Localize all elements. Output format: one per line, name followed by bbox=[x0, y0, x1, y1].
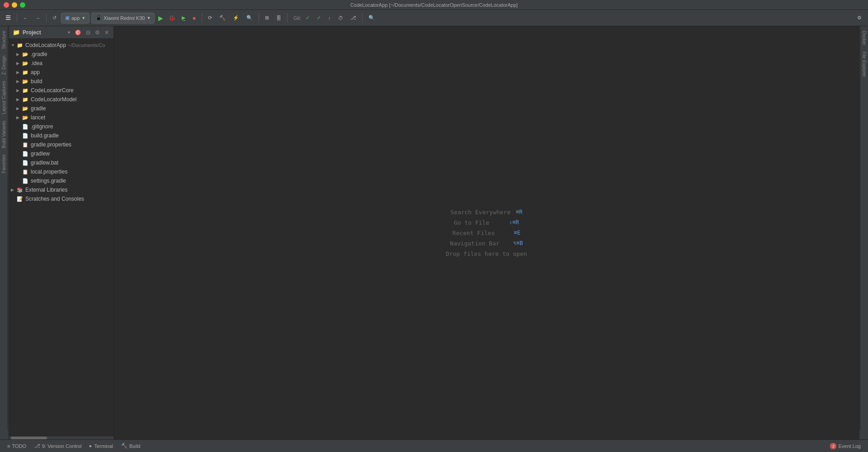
panel-locate-button[interactable]: 🎯 bbox=[74, 28, 82, 37]
build-variants-tab[interactable]: Build Variants bbox=[1, 118, 7, 151]
folder-icon-app: 📁 bbox=[22, 69, 29, 75]
device-selector[interactable]: 📱 Xiaomi Redmi K30 ▼ bbox=[91, 13, 155, 24]
close-button[interactable] bbox=[4, 2, 9, 8]
z-design-tab[interactable]: Z: Design bbox=[1, 53, 7, 78]
sync-button[interactable]: ⟳ bbox=[205, 13, 215, 24]
minimize-button[interactable] bbox=[12, 2, 17, 8]
git-branches-button[interactable]: ⎇ bbox=[348, 13, 359, 24]
editor-area: Search Everywhere ⌘R Go to File ⇧⌘R Rece… bbox=[114, 26, 859, 439]
tree-item-gradlew[interactable]: ▶ 📄 gradlew bbox=[9, 149, 113, 158]
git-push-button[interactable]: ↑ bbox=[326, 13, 334, 24]
file-icon-gradle-properties: 📋 bbox=[22, 141, 29, 148]
tree-arrow-build: ▶ bbox=[16, 79, 22, 84]
file-explorer-right-tab[interactable]: File Explorer bbox=[861, 49, 867, 80]
folder-icon-build: 📂 bbox=[22, 78, 29, 85]
tree-label-external-libs: External Libraries bbox=[25, 187, 67, 193]
layout-inspector-button[interactable]: ⊞ bbox=[262, 13, 272, 24]
git-update-button[interactable]: ✓ bbox=[303, 13, 312, 24]
tree-item-codelocatorcore[interactable]: ▶ 📁 CodeLocatorCore bbox=[9, 86, 113, 95]
settings-button[interactable]: ⚙ bbox=[854, 13, 864, 24]
event-log-tab[interactable]: 2 Event Log bbox=[826, 441, 864, 452]
project-panel-header: 📁 Project ▼ 🎯 ⊟ ⚙ ✕ bbox=[9, 26, 113, 39]
bottom-bar: ≡ TODO ⎇ 9: Version Control ▸ Terminal 🔨… bbox=[0, 439, 868, 452]
run-coverage-button[interactable]: ▶̲ bbox=[179, 13, 188, 24]
file-icon-local-properties: 📋 bbox=[22, 169, 29, 175]
favorites-tab[interactable]: Favorites bbox=[1, 152, 7, 176]
git-commit-button[interactable]: ✓ bbox=[314, 13, 324, 24]
tree-arrow-gradle2: ▶ bbox=[16, 106, 22, 111]
panel-collapse-button[interactable]: ⊟ bbox=[85, 28, 91, 37]
tree-item-app[interactable]: ▶ 📁 app bbox=[9, 68, 113, 77]
hint-nav-bar: Navigation Bar ⌥⌘B bbox=[450, 240, 523, 247]
build-tab[interactable]: 🔨 Build bbox=[118, 441, 144, 452]
panel-settings-button[interactable]: ⚙ bbox=[94, 28, 101, 37]
tree-label-gradle2: gradle bbox=[31, 105, 46, 112]
tree-arrow-external-libs: ▶ bbox=[11, 188, 16, 192]
undo-button[interactable]: ↺ bbox=[50, 13, 59, 24]
folder-icon-external-libs: 📚 bbox=[16, 187, 24, 193]
folder-icon-gradle2: 📂 bbox=[22, 105, 29, 112]
stop-button[interactable]: ■ bbox=[190, 13, 198, 24]
version-control-tab[interactable]: ⎇ 9: Version Control bbox=[31, 441, 85, 452]
app-menu-button[interactable]: ☰ bbox=[3, 13, 14, 24]
build-icon: 🔨 bbox=[121, 443, 127, 449]
tree-item-settings-gradle[interactable]: ▶ 📄 settings.gradle bbox=[9, 176, 113, 185]
file-icon-scratches: 📝 bbox=[16, 196, 24, 202]
scrollbar-thumb bbox=[11, 437, 47, 439]
tree-item-root[interactable]: ▼ 📁 CodeLocatorApp ~/Documents/Co bbox=[9, 41, 113, 50]
tree-scrollbar[interactable] bbox=[9, 436, 113, 439]
debug-button[interactable]: 🐞 bbox=[167, 13, 177, 24]
tree-item-lancet[interactable]: ▶ 📂 lancet bbox=[9, 113, 113, 122]
tree-item-codelocatormodel[interactable]: ▶ 📁 CodeLocatorModel bbox=[9, 95, 113, 104]
build-button[interactable]: 🔨 bbox=[217, 13, 228, 24]
event-log-badge: 2 bbox=[830, 443, 836, 449]
search-everywhere-button[interactable]: 🔍 bbox=[366, 13, 377, 24]
window-controls bbox=[4, 2, 25, 8]
layout-captures-tab[interactable]: Layout Captures bbox=[1, 78, 7, 117]
db-inspector-button[interactable]: 🗄 bbox=[274, 13, 284, 24]
toolbar-separator-6 bbox=[362, 14, 363, 23]
tree-item-gradlew-bat[interactable]: ▶ 📄 gradlew.bat bbox=[9, 158, 113, 167]
hint-key-nav: ⌥⌘B bbox=[513, 240, 523, 246]
tree-arrow-codelocatormodel: ▶ bbox=[16, 97, 22, 102]
tree-label-idea: .idea bbox=[31, 60, 42, 66]
git-history-button[interactable]: ⏱ bbox=[335, 13, 346, 24]
tree-arrow-lancet: ▶ bbox=[16, 115, 22, 120]
tree-item-scratches[interactable]: ▶ 📝 Scratches and Consoles bbox=[9, 194, 113, 203]
inspector-button[interactable]: 🔍 bbox=[244, 13, 255, 24]
structure-tab[interactable]: Structure bbox=[1, 28, 7, 52]
todo-tab[interactable]: ≡ TODO bbox=[4, 441, 30, 452]
device-label: Xiaomi Redmi K30 bbox=[104, 15, 145, 21]
tree-item-build[interactable]: ▶ 📂 build bbox=[9, 77, 113, 86]
tree-label-gradlew-bat: gradlew.bat bbox=[31, 160, 58, 166]
hint-search-everywhere: Search Everywhere ⌘R bbox=[450, 209, 523, 216]
terminal-tab[interactable]: ▸ Terminal bbox=[86, 441, 117, 452]
folder-icon-codelocatormodel: 📁 bbox=[22, 96, 29, 103]
maximize-button[interactable] bbox=[20, 2, 25, 8]
tree-item-idea[interactable]: ▶ 📂 .idea bbox=[9, 59, 113, 68]
tree-label-gradlew: gradlew bbox=[31, 151, 50, 157]
profile-button[interactable]: ⚡ bbox=[230, 13, 242, 24]
forward-button[interactable]: → bbox=[33, 13, 43, 24]
hint-label-drop: Drop files here to open bbox=[446, 250, 527, 257]
tree-item-gradle-properties[interactable]: ▶ 📋 gradle.properties bbox=[9, 140, 113, 149]
app-label: app bbox=[71, 15, 80, 21]
run-button[interactable]: ▶ bbox=[156, 13, 165, 24]
back-button[interactable]: ← bbox=[20, 13, 31, 24]
tree-item-build-gradle[interactable]: ▶ 📄 build.gradle bbox=[9, 131, 113, 140]
tree-label-settings-gradle: settings.gradle bbox=[31, 178, 66, 184]
tree-item-gradle[interactable]: ▶ 📂 .gradle bbox=[9, 50, 113, 59]
toolbar-separator-3 bbox=[202, 14, 202, 23]
tree-label-scratches: Scratches and Consoles bbox=[25, 196, 84, 202]
tree-item-gradle2[interactable]: ▶ 📂 gradle bbox=[9, 104, 113, 113]
app-icon: ▣ bbox=[65, 15, 70, 21]
tree-item-external-libs[interactable]: ▶ 📚 External Libraries bbox=[9, 185, 113, 194]
app-selector[interactable]: ▣ app ▼ bbox=[61, 13, 90, 24]
event-log-label: Event Log bbox=[838, 443, 861, 449]
tree-item-gitignore[interactable]: ▶ 📄 .gitignore bbox=[9, 122, 113, 131]
panel-hide-button[interactable]: ✕ bbox=[104, 28, 110, 37]
tree-item-local-properties[interactable]: ▶ 📋 local.properties bbox=[9, 167, 113, 176]
main-layout: Resource Manager 📁 Project ▼ 🎯 ⊟ ⚙ ✕ ▼ 📁… bbox=[0, 26, 868, 439]
docker-right-tab[interactable]: Docker bbox=[861, 28, 867, 48]
folder-icon-lancet: 📂 bbox=[22, 114, 29, 121]
